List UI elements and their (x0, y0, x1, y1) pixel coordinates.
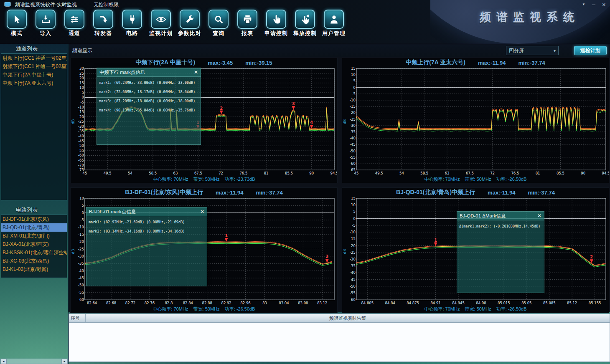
svg-text:5: 5 (82, 91, 84, 95)
import-label: 导入 (40, 30, 51, 37)
user-management-button[interactable]: 用户管理 (322, 10, 346, 44)
marker-number: 2 (325, 255, 328, 259)
request-control-button[interactable]: 申请控制 (264, 10, 288, 44)
svg-text:82.8: 82.8 (165, 301, 173, 305)
channel-button[interactable]: 通道 (63, 10, 86, 44)
spectrum-chart-4[interactable]: BJ-QD-01(北京/青岛)中频上行max:-11.94min:-37.748… (342, 187, 609, 313)
scroll-left-icon[interactable]: ◄ (0, 359, 7, 364)
chart-title: 中频下行(2A 中星十号) (136, 59, 196, 66)
spectrum-chart-1[interactable]: 中频下行(2A 中星十号)max:-3.45min:-39.154549.554… (70, 58, 338, 183)
titlebar: 频谱监视系统软件-实时监视 无控制权限 ▼ ─ ✕ (0, 0, 610, 9)
mark-info-line: mark4: (90.13MHz,-35.84dB) (0.00MHz,-35.… (99, 108, 198, 112)
circuit-list-item[interactable]: BJ-XM-01(北京/厦门) (1, 232, 67, 240)
transponder-button[interactable]: 转发器 (92, 10, 115, 44)
svg-text:-45: -45 (78, 276, 84, 280)
close-icon[interactable]: ✕ (194, 69, 198, 75)
y-axis-label: dB (71, 249, 75, 254)
svg-text:-10: -10 (350, 98, 356, 102)
mark-info-line: mark3: (87.20MHz,-18.00dB) (0.00MHz,-18.… (99, 99, 198, 103)
circuit-list-item[interactable]: BJ-DF-01(北京/东风) (1, 215, 67, 223)
marker-flag (292, 106, 295, 110)
channel-list-item[interactable]: 射频上行(CC1 神通一号02星) (1, 54, 67, 62)
mark-info-box[interactable]: BJ-DF-01 mark点信息✕mark1: (82.92MHz,-21.69… (86, 207, 207, 286)
svg-text:84.98: 84.98 (476, 301, 486, 305)
channel-list-item[interactable]: 射频下行(CC1 神通一号02星) (1, 62, 67, 71)
close-icon[interactable]: ✕ (200, 209, 204, 215)
alert-panel: 序号 频谱监视实时告警 (69, 313, 610, 364)
svg-text:58.5: 58.5 (420, 171, 428, 175)
mark-info-box[interactable]: 中频下行 mark点信息✕mark1: (69.24MHz,-33.00dB) … (97, 68, 201, 145)
printer-icon (237, 10, 257, 29)
svg-text:85.015: 85.015 (498, 301, 510, 305)
circuit-button[interactable]: 电路 (120, 10, 144, 44)
marker-number: 1 (225, 233, 228, 238)
svg-text:-65: -65 (350, 168, 356, 172)
svg-text:-60: -60 (78, 153, 84, 157)
alert-table-body[interactable] (69, 323, 610, 362)
report-button[interactable]: 报表 (236, 10, 259, 44)
spectrum-chart-2[interactable]: 中频上行(7A 亚太六号)max:-11.94min:-37.744549.55… (342, 58, 609, 183)
circuit-list-item[interactable]: BJ-KL-02(北京/岢岚) (1, 265, 67, 273)
spectrum-chart-3[interactable]: BJ-DF-01(北京/东风)中频上行max:-11.94min:-37.748… (70, 187, 338, 313)
svg-text:-20: -20 (350, 111, 356, 115)
sidebar-horizontal-scrollbar[interactable]: ◄ ► (0, 359, 68, 364)
sidebar: 通道列表 射频上行(CC1 神通一号02星)射频下行(CC1 神通一号02星)中… (0, 44, 69, 364)
circuit-label: 电路 (126, 30, 138, 37)
pin-icon[interactable]: ▼ (582, 2, 585, 8)
svg-text:-30: -30 (350, 124, 356, 128)
import-button[interactable]: 导入 (34, 10, 57, 44)
alert-panel-title: 频谱监视实时告警 (86, 315, 610, 321)
svg-text:84.805: 84.805 (361, 301, 374, 305)
close-icon[interactable]: ✕ (537, 213, 541, 219)
svg-text:84.91: 84.91 (430, 301, 440, 305)
patrol-plan-button[interactable]: 巡检计划 (574, 46, 607, 55)
mark-info-box[interactable]: BJ-QD-01 ΔMark信息✕Δ(mark1,mark2): (-0.201… (457, 211, 544, 293)
mark-info-line: mark2: (72.66MHz,-18.17dB) (0.00MHz,-18.… (99, 90, 198, 94)
svg-text:-35: -35 (78, 129, 84, 134)
main-top-bar: 频谱显示 四分屏 ▾ 巡检计划 (69, 44, 610, 57)
circuit-list-item[interactable]: BJ-XC-03(北京/西昌) (1, 257, 67, 265)
scrollbar-track[interactable] (7, 359, 61, 364)
sidebar-background (0, 278, 68, 359)
report-label: 报表 (241, 30, 253, 37)
brand-title: 频谱监视系统 (480, 10, 580, 25)
svg-text:-60: -60 (350, 162, 356, 166)
svg-text:0: 0 (82, 95, 84, 99)
circuit-list-item[interactable]: BJ-QD-01(北京/青岛) (1, 223, 67, 232)
import-icon (36, 10, 56, 29)
svg-text:-55: -55 (78, 291, 84, 295)
svg-text:83.08: 83.08 (298, 301, 308, 305)
svg-text:-30: -30 (78, 254, 84, 258)
sidebar-divider (0, 200, 68, 205)
svg-text:15: 15 (79, 81, 84, 85)
chart-title-row: BJ-QD-01(北京/青岛)中频上行max:-11.94min:-37.74 (342, 188, 609, 197)
svg-text:67.5: 67.5 (194, 171, 202, 175)
svg-text:83: 83 (262, 301, 267, 305)
transponder-label: 转发器 (94, 30, 112, 37)
svg-text:-45: -45 (350, 278, 356, 282)
screen-layout-select[interactable]: 四分屏 ▾ (506, 46, 559, 55)
svg-text:85.5: 85.5 (557, 171, 564, 175)
channel-list-item[interactable]: 中频上行(7A 亚太六号) (1, 79, 67, 87)
svg-text:-65: -65 (78, 158, 84, 162)
param-compare-button[interactable]: 参数比对 (178, 10, 201, 44)
scroll-right-icon[interactable]: ► (61, 359, 68, 364)
mark-info-line: Δ(mark1,mark2): (-0.201030MHz,14.45dB) (459, 224, 542, 228)
chart-max-value: max:-11.94 (488, 190, 516, 196)
query-button[interactable]: 查询 (207, 10, 230, 44)
circuit-list-item[interactable]: BJ-KSSK-01(北京/喀什深空站) (1, 248, 67, 257)
marker-flag (325, 259, 329, 263)
channel-list-title: 通道列表 (0, 44, 68, 53)
circuit-list-item[interactable]: BJ-XA-01(北京/西安) (1, 240, 67, 248)
release-control-button[interactable]: 释放控制 (293, 10, 317, 44)
channel-list-item[interactable]: 中频下行(2A 中星十号) (1, 71, 67, 79)
svg-text:90: 90 (581, 171, 585, 175)
tab-spectrum-display[interactable]: 频谱显示 (71, 47, 94, 54)
minimize-button[interactable]: ─ (592, 2, 595, 8)
svg-text:-10: -10 (78, 225, 84, 230)
close-button[interactable]: ✕ (602, 2, 606, 8)
svg-text:0: 0 (82, 211, 84, 215)
mode-button[interactable]: 模式 (5, 10, 28, 44)
monitor-plan-button[interactable]: 监视计划 (149, 10, 173, 44)
svg-text:-5: -5 (352, 223, 355, 228)
